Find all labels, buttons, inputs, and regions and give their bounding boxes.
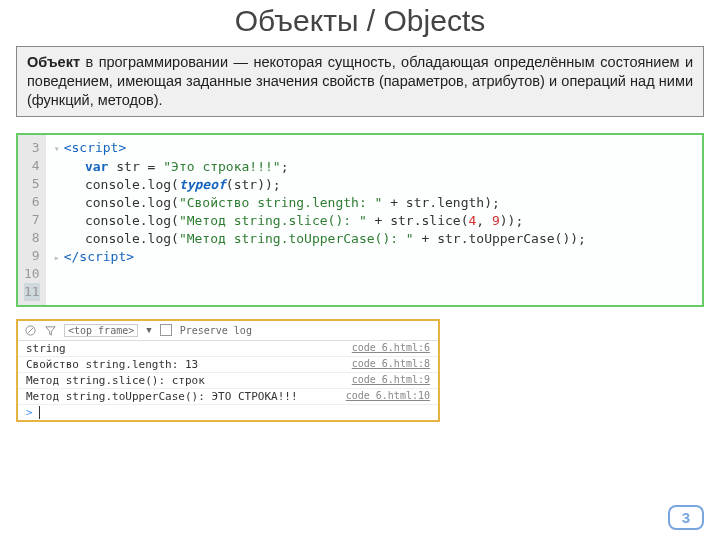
frame-select[interactable]: <top frame> [64,324,138,337]
definition-text: в программировании — некоторая сущность,… [27,54,693,108]
fold-icon: ▸ [54,249,64,267]
console-prompt[interactable]: > [18,405,438,420]
filter-icon[interactable] [44,324,56,336]
console-row: Метод string.slice(): строкcode 6.html:9 [18,373,438,389]
console-row: Метод string.toUpperCase(): ЭТО СТРОКА!!… [18,389,438,405]
code-line: console.log("Свойство string.length: " +… [54,194,694,212]
fold-icon: ▾ [54,140,64,158]
console-row: stringcode 6.html:6 [18,341,438,357]
console-toolbar: <top frame> ▼ Preserve log [18,321,438,341]
code-line: ▾<script> [54,139,694,158]
code-line: ▸</script> [54,248,694,267]
definition-box: Объект в программировании — некоторая су… [16,46,704,117]
page-title: Объекты / Objects [0,0,720,46]
page-number: 3 [668,505,704,530]
source-link[interactable]: code 6.html:6 [352,342,430,355]
line-gutter: 3 4 5 6 7 8 9 10 11 [18,135,46,305]
source-link[interactable]: code 6.html:8 [352,358,430,371]
title-ru: Объекты [235,4,359,37]
preserve-label: Preserve log [180,325,252,336]
code-line: console.log(typeof(str)); [54,176,694,194]
code-line: console.log("Метод string.toUpperCase():… [54,230,694,248]
source-link[interactable]: code 6.html:10 [346,390,430,403]
code-line: console.log("Метод string.slice(): " + s… [54,212,694,230]
source-link[interactable]: code 6.html:9 [352,374,430,387]
title-en-bold: Object [384,4,471,37]
code-editor: 3 4 5 6 7 8 9 10 11 ▾<script> var str = … [16,133,704,307]
code-body: ▾<script> var str = "Это строка!!!"; con… [46,135,702,305]
title-en-tail: s [470,4,485,37]
clear-icon[interactable] [24,324,36,336]
frame-arrow[interactable]: ▼ [146,325,151,335]
console-row: Свойство string.length: 13code 6.html:8 [18,357,438,373]
definition-term: Объект [27,54,80,70]
code-line: var str = "Это строка!!!"; [54,158,694,176]
svg-line-1 [27,327,33,333]
preserve-checkbox[interactable] [160,324,172,336]
devtools-console: <top frame> ▼ Preserve log stringcode 6.… [16,319,440,422]
